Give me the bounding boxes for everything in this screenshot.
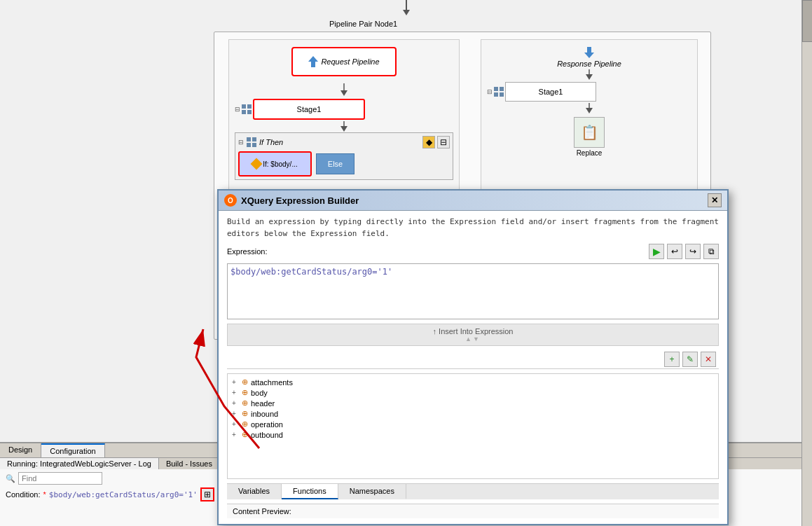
tree-item-label: body xyxy=(251,389,268,397)
dialog-title-left: O XQuery Expression Builder xyxy=(224,194,359,207)
tab-variables[interactable]: Variables xyxy=(227,484,282,499)
tree-expand-icon: + xyxy=(232,420,239,428)
tab-functions[interactable]: Functions xyxy=(282,484,338,499)
tree-item-label: header xyxy=(251,399,275,408)
expression-toolbar: ▶ ↩ ↪ ⧉ xyxy=(649,244,719,259)
insert-bar[interactable]: ↑ Insert Into Expression ▲▼ xyxy=(227,324,719,346)
tree-item-label: outbound xyxy=(251,431,283,439)
content-preview-label: Content Preview: xyxy=(227,504,719,518)
replace-label: Replace xyxy=(577,149,603,157)
stage1-left-box: Stage1 xyxy=(253,99,365,120)
tree-item-body[interactable]: + ⊕ body xyxy=(230,387,715,398)
search-icon: 🔍 xyxy=(6,474,15,483)
tab-namespaces[interactable]: Namespaces xyxy=(338,484,406,499)
ifthen-icon1: ◆ xyxy=(422,136,435,148)
stage1-right-box: Stage1 xyxy=(505,82,596,102)
tree-node-icon: ⊕ xyxy=(242,420,248,429)
tree-node-icon: ⊕ xyxy=(242,409,248,418)
stage1-row-left: ⊟ Stage1 xyxy=(235,99,453,120)
stage1-row-right: ⊟ Stage1 xyxy=(487,82,691,102)
content-preview-text: Content Preview: xyxy=(233,507,291,515)
edit-button[interactable]: ✎ xyxy=(682,352,698,367)
tree-expand-icon: + xyxy=(232,399,239,407)
response-pipeline-header: Response Pipeline xyxy=(481,47,697,68)
delete-button[interactable]: ✕ xyxy=(701,352,716,367)
svg-rect-21 xyxy=(500,92,504,97)
svg-rect-18 xyxy=(494,87,498,91)
add-button[interactable]: + xyxy=(664,352,680,367)
server-tab-log[interactable]: Running: IntegratedWebLogicServer - Log xyxy=(0,458,159,469)
pipeline-node-label: Pipeline Pair Node1 xyxy=(329,20,397,28)
dialog-titlebar: O XQuery Expression Builder ✕ xyxy=(219,191,727,211)
if-body-node[interactable]: If: $body/... xyxy=(238,151,312,177)
find-input[interactable] xyxy=(18,472,102,485)
scrollbar-thumb[interactable] xyxy=(802,0,812,42)
scrollbar-right[interactable] xyxy=(801,0,812,526)
svg-rect-19 xyxy=(500,87,504,91)
condition-edit-icon: ⊞ xyxy=(204,490,211,499)
condition-label: Condition: xyxy=(6,490,41,499)
dialog-description: Build an expression by typing directly i… xyxy=(227,216,719,240)
stage-r-grid-icon xyxy=(494,87,504,97)
tab-design[interactable]: Design xyxy=(0,443,41,457)
dialog-body: Build an expression by typing directly i… xyxy=(219,211,727,524)
ifthen-nodes-row: If: $body/... Else xyxy=(238,151,450,177)
svg-marker-2 xyxy=(308,56,318,67)
condition-edit-button[interactable]: ⊞ xyxy=(200,487,214,501)
condition-value: $body/web:getCardStatus/arg0='1' xyxy=(49,490,198,499)
svg-marker-10 xyxy=(340,126,347,132)
dialog-logo: O xyxy=(224,194,237,207)
replace-icon: 📋 xyxy=(574,117,605,148)
stage-collapse-icon: ⊟ xyxy=(235,106,240,113)
insert-bar-dots-top: ▲▼ xyxy=(230,335,715,342)
tree-node-icon: ⊕ xyxy=(242,430,248,439)
expression-textarea[interactable] xyxy=(227,263,719,319)
tab-configuration[interactable]: Configuration xyxy=(41,443,104,457)
stage-r-collapse-icon: ⊟ xyxy=(487,88,493,95)
req-connector-1 xyxy=(337,83,351,97)
ifthen-header: ⊟ If Then ◆ ⊟ xyxy=(238,136,450,148)
else-label: Else xyxy=(328,160,343,168)
redo-button[interactable]: ↪ xyxy=(685,244,701,259)
tree-item-inbound[interactable]: + ⊕ inbound xyxy=(230,408,715,419)
tree-expand-icon: + xyxy=(232,410,239,417)
ifthen-label: If Then xyxy=(259,138,283,146)
svg-rect-8 xyxy=(247,110,252,114)
tree-item-outbound[interactable]: + ⊕ outbound xyxy=(230,429,715,440)
tree-node-icon: ⊕ xyxy=(242,399,248,408)
tree-node-icon: ⊕ xyxy=(242,378,248,387)
else-node: Else xyxy=(316,153,355,174)
copy-button[interactable]: ⧉ xyxy=(703,244,719,259)
undo-button[interactable]: ↩ xyxy=(667,244,682,259)
diamond-icon xyxy=(251,158,263,170)
stage-grid-icon xyxy=(242,104,252,114)
svg-rect-12 xyxy=(252,137,256,141)
svg-marker-1 xyxy=(403,10,410,15)
request-pipeline-label: Request Pipeline xyxy=(321,57,379,66)
tree-expand-icon: + xyxy=(232,378,239,386)
canvas-area: Pipeline Pair Node1 Request Pipeline xyxy=(0,0,812,526)
response-pipeline-label: Response Pipeline xyxy=(557,60,621,68)
ifthen-collapse-icon: ⊟ xyxy=(238,139,244,146)
condition-asterisk: * xyxy=(43,490,46,499)
top-connector-arrow xyxy=(399,0,413,18)
tree-item-attachments[interactable]: + ⊕ attachments xyxy=(230,377,715,387)
server-tab-build[interactable]: Build - Issues xyxy=(159,458,220,469)
if-body-label: If: $body/... xyxy=(263,160,297,168)
dialog-close-button[interactable]: ✕ xyxy=(708,193,722,207)
run-button[interactable]: ▶ xyxy=(649,244,664,259)
svg-rect-20 xyxy=(494,92,498,97)
tree-area[interactable]: + ⊕ attachments + ⊕ body + ⊕ header + ⊕ … xyxy=(227,373,719,479)
replace-node: 📋 Replace xyxy=(481,117,697,157)
expression-label-text: Expression: xyxy=(227,247,267,256)
tree-expand-icon: + xyxy=(232,389,239,396)
ifthen-box: ⊟ If Then ◆ ⊟ xyxy=(235,132,453,180)
resp-connector-2 xyxy=(582,103,596,114)
dialog-title-text: XQuery Expression Builder xyxy=(241,195,359,206)
req-connector-2 xyxy=(337,121,351,132)
svg-marker-15 xyxy=(584,47,594,58)
response-pipeline-arrow-icon xyxy=(584,47,594,58)
tree-item-header[interactable]: + ⊕ header xyxy=(230,398,715,408)
svg-rect-6 xyxy=(247,104,252,109)
tree-item-operation[interactable]: + ⊕ operation xyxy=(230,419,715,429)
